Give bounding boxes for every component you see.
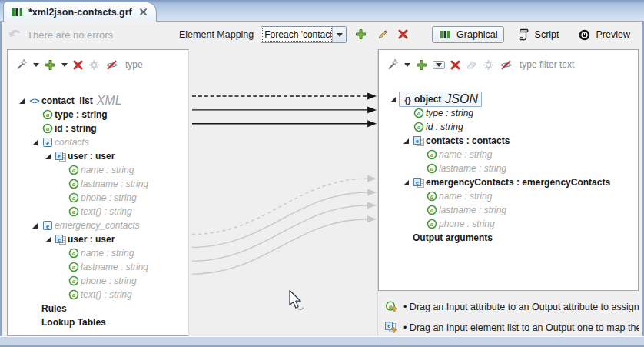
tree-node-lastname-string[interactable]: alastname : string: [8, 177, 189, 191]
tree-node-label: lastname : string: [439, 205, 506, 215]
goto-error-icon: [8, 28, 22, 42]
tree-node-label: user : user: [68, 234, 115, 245]
tree-node-label: name : string: [81, 248, 134, 259]
dropdown-caret-button[interactable]: [33, 63, 39, 67]
view-graphical-button[interactable]: Graphical: [432, 26, 504, 43]
tree-node-name-string[interactable]: aname : string: [379, 189, 638, 203]
input-wand-button[interactable]: [15, 58, 28, 71]
tree-node-type-string[interactable]: atype : string: [379, 106, 638, 120]
svg-text:e: e: [58, 152, 61, 159]
tree-node-emergencycontacts-emergencycontacts[interactable]: eemergencyContacts : emergencyContacts: [379, 175, 638, 189]
editor-tab[interactable]: *xml2json-contacts.grf: [3, 2, 157, 22]
tree-node-phone-string[interactable]: aphone : string: [8, 191, 189, 205]
element-mapping-group: Element Mapping Foreach 'contact: [179, 22, 410, 48]
app-window: { "tab": { "title": "*xml2json-contacts.…: [0, 0, 644, 347]
tree-node-rules[interactable]: Rules: [8, 302, 189, 315]
expander-icon[interactable]: [28, 222, 41, 229]
tab-close-icon[interactable]: [140, 8, 147, 15]
input-delete-button[interactable]: [73, 60, 83, 70]
tree-node-label: phone : string: [439, 219, 495, 229]
tree-node-label: Lookup Tables: [41, 317, 106, 328]
dropdown-caret-button[interactable]: [433, 61, 445, 69]
tree-node-contacts[interactable]: econtacts: [8, 135, 189, 149]
mapping-canvas[interactable]: [188, 49, 378, 336]
expander-icon[interactable]: [41, 236, 54, 243]
tree-node-label: type : string: [426, 108, 473, 118]
tree-node-lastname-string[interactable]: alastname : string: [379, 203, 638, 217]
output-wand-button[interactable]: [387, 58, 399, 71]
tree-node-label: name : string: [439, 149, 492, 160]
tree-node-name-string[interactable]: aname : string: [379, 148, 638, 162]
combo-caret-icon[interactable]: [332, 27, 346, 42]
input-add-button[interactable]: [45, 59, 56, 71]
tree-node-label: lastname : string: [439, 163, 506, 174]
expander-icon[interactable]: [400, 138, 412, 145]
mapping-arrow-6[interactable]: [192, 202, 377, 261]
output-filter-field[interactable]: [518, 58, 626, 72]
element-mapping-label: Element Mapping: [179, 29, 254, 40]
tree-node-phone-string[interactable]: aphone : string: [8, 274, 189, 288]
svg-text:<>: <>: [30, 96, 40, 105]
tree-node-user-user[interactable]: euser : user: [8, 232, 189, 246]
expander-icon[interactable]: [28, 139, 41, 146]
output-eraser-button[interactable]: [466, 59, 477, 70]
mapping-arrow-5[interactable]: [192, 189, 377, 248]
tree-node-text-string[interactable]: atext() : string: [8, 288, 189, 302]
attr-icon: a: [425, 163, 439, 174]
tree-node-phone-string[interactable]: aphone : string: [379, 217, 638, 231]
output-gear-button[interactable]: [483, 59, 494, 71]
mapping-combobox[interactable]: Foreach 'contact: [261, 26, 347, 43]
tree-node-label: emergency_contacts: [55, 220, 140, 231]
json-icon: {}: [400, 95, 414, 105]
svg-text:a: a: [389, 302, 392, 309]
view-preview-button[interactable]: Preview: [572, 26, 636, 44]
attr-icon: a: [41, 109, 55, 120]
tree-node-contacts-contacts[interactable]: econtacts : contacts: [379, 134, 638, 148]
mapping-arrow-4[interactable]: [192, 175, 377, 235]
tree-node-id-string[interactable]: aid : string: [379, 120, 638, 134]
dropdown-caret-button[interactable]: [404, 63, 410, 67]
tree-node-lastname-string[interactable]: alastname : string: [379, 162, 638, 175]
selected-node-box: {}objectJSON: [399, 92, 482, 107]
mapping-hints: a• Drag an Input attribute to an Output …: [378, 296, 639, 338]
tree-node-emergency-contacts[interactable]: eemergency_contacts: [8, 219, 189, 232]
tree-node-label: user : user: [68, 151, 115, 162]
tree-node-output-arguments[interactable]: Output arguments: [379, 231, 638, 245]
tree-node-type-string[interactable]: atype : string: [8, 108, 189, 122]
output-eye-off-button[interactable]: [500, 59, 513, 71]
add-mapping-button[interactable]: [354, 27, 368, 42]
tree-node-label: lastname : string: [81, 262, 148, 272]
input-filter-field[interactable]: [124, 58, 171, 72]
output-add-button[interactable]: [416, 59, 427, 71]
tree-node-text-string[interactable]: atext() : string: [8, 205, 189, 219]
output-delete-button[interactable]: [450, 60, 460, 70]
tree-node-user-user[interactable]: euser : user: [8, 149, 189, 163]
input-gear-button[interactable]: [88, 59, 100, 71]
tree-node-id-string[interactable]: aid : string: [8, 122, 189, 135]
tree-node-lookup-tables[interactable]: Lookup Tables: [8, 315, 189, 329]
expander-icon[interactable]: [387, 96, 399, 103]
delete-mapping-button[interactable]: [397, 28, 410, 41]
view-preview-label: Preview: [596, 29, 630, 40]
mapping-arrow-3[interactable]: [192, 120, 377, 127]
mapping-arrow-2[interactable]: [192, 106, 377, 113]
tree-node-object[interactable]: {}objectJSON: [379, 92, 638, 106]
tree-node-name-string[interactable]: aname : string: [8, 163, 189, 177]
mapping-hint-1: a• Drag an Input attribute to an Output …: [378, 296, 639, 317]
tree-node-contact-list[interactable]: <>contact_listXML: [8, 94, 189, 108]
expander-icon[interactable]: [15, 98, 28, 105]
expander-icon[interactable]: [400, 179, 412, 186]
dropdown-caret-button[interactable]: [61, 63, 68, 67]
svg-text:e: e: [46, 139, 49, 147]
attr-icon: a: [67, 192, 81, 203]
expander-icon[interactable]: [41, 153, 54, 160]
view-script-button[interactable]: Script: [510, 25, 566, 44]
list-icon: e: [54, 234, 68, 245]
tree-node-label: contacts : contacts: [426, 135, 510, 146]
tree-node-name-string[interactable]: aname : string: [8, 246, 189, 260]
mapping-arrow-1[interactable]: [192, 93, 377, 100]
input-eye-off-button[interactable]: [105, 59, 118, 71]
attr-hand-icon: a: [384, 301, 398, 313]
edit-mapping-button[interactable]: [375, 27, 390, 42]
tree-node-lastname-string[interactable]: alastname : string: [8, 260, 189, 274]
